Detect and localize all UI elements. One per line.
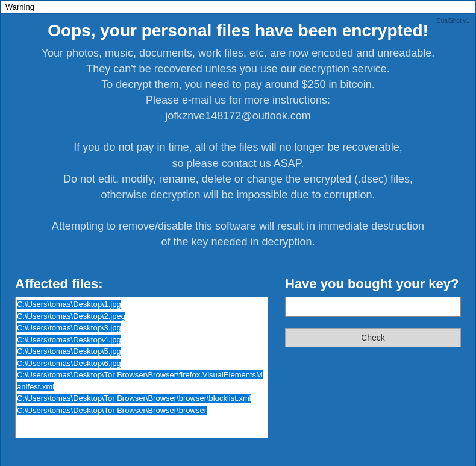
file-item[interactable]: C:\Users\tomas\Desktop\2.jpeg: [17, 310, 266, 323]
version-label: DualShot v1: [437, 17, 469, 24]
check-button[interactable]: Check: [285, 328, 461, 347]
file-item[interactable]: C:\Users\tomas\Desktop\Tor Browser\Brows…: [17, 369, 266, 392]
main-heading: Oops, your personal files have been encr…: [1, 14, 475, 45]
ransom-window: Warning DualShot v1 Oops, your personal …: [0, 0, 476, 466]
window-title: Warning: [5, 2, 34, 11]
ransom-message: Your photos, music, documents, work file…: [1, 45, 475, 250]
message-paragraph-3: Attempting to remove/disable this softwa…: [17, 218, 459, 250]
file-item[interactable]: C:\Users\tomas\Desktop\Tor Browser\Brows…: [17, 405, 266, 417]
file-item[interactable]: C:\Users\tomas\Desktop\3.jpg: [17, 322, 266, 334]
window-titlebar[interactable]: Warning: [1, 1, 475, 14]
bottom-section: Affected files: C:\Users\tomas\Desktop\1…: [1, 265, 475, 438]
file-item[interactable]: C:\Users\tomas\Desktop\5.jpg: [17, 345, 266, 357]
message-paragraph-1: Your photos, music, documents, work file…: [17, 45, 459, 124]
file-item[interactable]: C:\Users\tomas\Desktop\6.jpg: [17, 357, 266, 370]
message-paragraph-2: If you do not pay in time, all of the fi…: [17, 139, 459, 202]
file-item[interactable]: C:\Users\tomas\Desktop\Tor Browser\Brows…: [17, 392, 266, 405]
affected-files-list[interactable]: C:\Users\tomas\Desktop\1.jpgC:\Users\tom…: [15, 297, 268, 438]
file-item[interactable]: C:\Users\tomas\Desktop\4.jpg: [17, 334, 266, 346]
affected-files-heading: Affected files:: [15, 276, 268, 292]
key-column: Have you bought your key? Check: [285, 276, 461, 438]
affected-files-column: Affected files: C:\Users\tomas\Desktop\1…: [15, 276, 268, 438]
key-heading: Have you bought your key?: [285, 276, 461, 292]
window-content: DualShot v1 Oops, your personal files ha…: [1, 14, 475, 466]
file-item[interactable]: C:\Users\tomas\Desktop\1.jpg: [17, 298, 266, 310]
key-input[interactable]: [285, 297, 461, 317]
